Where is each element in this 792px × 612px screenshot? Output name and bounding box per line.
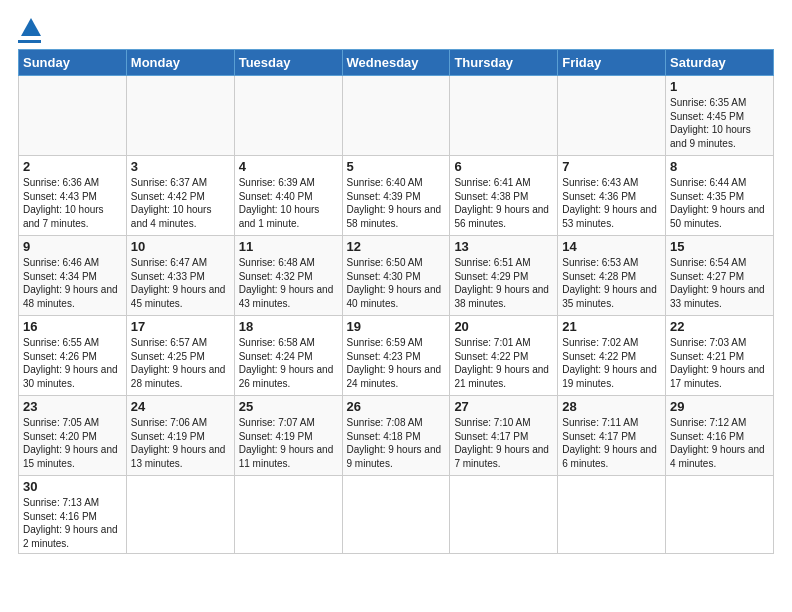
cell-info: Sunrise: 6:57 AM Sunset: 4:25 PM Dayligh…	[131, 336, 230, 390]
calendar-week-row: 9Sunrise: 6:46 AM Sunset: 4:34 PM Daylig…	[19, 236, 774, 316]
calendar-cell: 21Sunrise: 7:02 AM Sunset: 4:22 PM Dayli…	[558, 316, 666, 396]
cell-info: Sunrise: 7:02 AM Sunset: 4:22 PM Dayligh…	[562, 336, 661, 390]
cell-info: Sunrise: 6:40 AM Sunset: 4:39 PM Dayligh…	[347, 176, 446, 230]
cell-info: Sunrise: 6:47 AM Sunset: 4:33 PM Dayligh…	[131, 256, 230, 310]
calendar-cell: 6Sunrise: 6:41 AM Sunset: 4:38 PM Daylig…	[450, 156, 558, 236]
cell-info: Sunrise: 7:10 AM Sunset: 4:17 PM Dayligh…	[454, 416, 553, 470]
day-number: 12	[347, 239, 446, 254]
calendar-cell: 3Sunrise: 6:37 AM Sunset: 4:42 PM Daylig…	[126, 156, 234, 236]
day-number: 6	[454, 159, 553, 174]
calendar-cell	[126, 76, 234, 156]
calendar-cell: 2Sunrise: 6:36 AM Sunset: 4:43 PM Daylig…	[19, 156, 127, 236]
day-number: 19	[347, 319, 446, 334]
calendar-cell	[234, 76, 342, 156]
calendar-cell	[19, 76, 127, 156]
cell-info: Sunrise: 6:51 AM Sunset: 4:29 PM Dayligh…	[454, 256, 553, 310]
cell-info: Sunrise: 6:36 AM Sunset: 4:43 PM Dayligh…	[23, 176, 122, 230]
calendar-cell: 27Sunrise: 7:10 AM Sunset: 4:17 PM Dayli…	[450, 396, 558, 476]
day-number: 20	[454, 319, 553, 334]
day-number: 7	[562, 159, 661, 174]
cell-info: Sunrise: 6:59 AM Sunset: 4:23 PM Dayligh…	[347, 336, 446, 390]
calendar-cell: 4Sunrise: 6:39 AM Sunset: 4:40 PM Daylig…	[234, 156, 342, 236]
calendar-cell: 18Sunrise: 6:58 AM Sunset: 4:24 PM Dayli…	[234, 316, 342, 396]
calendar-cell: 20Sunrise: 7:01 AM Sunset: 4:22 PM Dayli…	[450, 316, 558, 396]
cell-info: Sunrise: 7:06 AM Sunset: 4:19 PM Dayligh…	[131, 416, 230, 470]
cell-info: Sunrise: 6:37 AM Sunset: 4:42 PM Dayligh…	[131, 176, 230, 230]
calendar-cell: 17Sunrise: 6:57 AM Sunset: 4:25 PM Dayli…	[126, 316, 234, 396]
day-number: 23	[23, 399, 122, 414]
cell-info: Sunrise: 7:12 AM Sunset: 4:16 PM Dayligh…	[670, 416, 769, 470]
cell-info: Sunrise: 7:11 AM Sunset: 4:17 PM Dayligh…	[562, 416, 661, 470]
calendar-cell: 26Sunrise: 7:08 AM Sunset: 4:18 PM Dayli…	[342, 396, 450, 476]
calendar-cell: 23Sunrise: 7:05 AM Sunset: 4:20 PM Dayli…	[19, 396, 127, 476]
day-number: 21	[562, 319, 661, 334]
weekday-header-wednesday: Wednesday	[342, 50, 450, 76]
calendar-cell: 7Sunrise: 6:43 AM Sunset: 4:36 PM Daylig…	[558, 156, 666, 236]
header	[18, 18, 774, 43]
calendar-cell: 16Sunrise: 6:55 AM Sunset: 4:26 PM Dayli…	[19, 316, 127, 396]
day-number: 16	[23, 319, 122, 334]
calendar-page: SundayMondayTuesdayWednesdayThursdayFrid…	[0, 0, 792, 564]
calendar-table: SundayMondayTuesdayWednesdayThursdayFrid…	[18, 49, 774, 554]
cell-info: Sunrise: 6:41 AM Sunset: 4:38 PM Dayligh…	[454, 176, 553, 230]
calendar-cell	[558, 476, 666, 554]
calendar-cell: 25Sunrise: 7:07 AM Sunset: 4:19 PM Dayli…	[234, 396, 342, 476]
weekday-header-saturday: Saturday	[666, 50, 774, 76]
weekday-header-thursday: Thursday	[450, 50, 558, 76]
calendar-cell	[342, 76, 450, 156]
cell-info: Sunrise: 6:53 AM Sunset: 4:28 PM Dayligh…	[562, 256, 661, 310]
cell-info: Sunrise: 7:08 AM Sunset: 4:18 PM Dayligh…	[347, 416, 446, 470]
cell-info: Sunrise: 6:55 AM Sunset: 4:26 PM Dayligh…	[23, 336, 122, 390]
weekday-header-sunday: Sunday	[19, 50, 127, 76]
calendar-cell: 5Sunrise: 6:40 AM Sunset: 4:39 PM Daylig…	[342, 156, 450, 236]
calendar-cell: 15Sunrise: 6:54 AM Sunset: 4:27 PM Dayli…	[666, 236, 774, 316]
calendar-cell: 19Sunrise: 6:59 AM Sunset: 4:23 PM Dayli…	[342, 316, 450, 396]
day-number: 14	[562, 239, 661, 254]
cell-info: Sunrise: 6:54 AM Sunset: 4:27 PM Dayligh…	[670, 256, 769, 310]
cell-info: Sunrise: 7:05 AM Sunset: 4:20 PM Dayligh…	[23, 416, 122, 470]
calendar-cell	[126, 476, 234, 554]
calendar-cell: 11Sunrise: 6:48 AM Sunset: 4:32 PM Dayli…	[234, 236, 342, 316]
calendar-cell: 8Sunrise: 6:44 AM Sunset: 4:35 PM Daylig…	[666, 156, 774, 236]
cell-info: Sunrise: 7:07 AM Sunset: 4:19 PM Dayligh…	[239, 416, 338, 470]
day-number: 26	[347, 399, 446, 414]
logo	[18, 18, 41, 43]
day-number: 28	[562, 399, 661, 414]
day-number: 1	[670, 79, 769, 94]
day-number: 9	[23, 239, 122, 254]
calendar-cell: 1Sunrise: 6:35 AM Sunset: 4:45 PM Daylig…	[666, 76, 774, 156]
calendar-cell: 22Sunrise: 7:03 AM Sunset: 4:21 PM Dayli…	[666, 316, 774, 396]
calendar-week-row: 23Sunrise: 7:05 AM Sunset: 4:20 PM Dayli…	[19, 396, 774, 476]
cell-info: Sunrise: 7:01 AM Sunset: 4:22 PM Dayligh…	[454, 336, 553, 390]
calendar-cell: 13Sunrise: 6:51 AM Sunset: 4:29 PM Dayli…	[450, 236, 558, 316]
cell-info: Sunrise: 6:35 AM Sunset: 4:45 PM Dayligh…	[670, 96, 769, 150]
calendar-week-row: 30Sunrise: 7:13 AM Sunset: 4:16 PM Dayli…	[19, 476, 774, 554]
day-number: 27	[454, 399, 553, 414]
day-number: 29	[670, 399, 769, 414]
day-number: 4	[239, 159, 338, 174]
calendar-cell	[666, 476, 774, 554]
cell-info: Sunrise: 6:43 AM Sunset: 4:36 PM Dayligh…	[562, 176, 661, 230]
weekday-header-monday: Monday	[126, 50, 234, 76]
day-number: 15	[670, 239, 769, 254]
day-number: 11	[239, 239, 338, 254]
day-number: 17	[131, 319, 230, 334]
day-number: 8	[670, 159, 769, 174]
day-number: 18	[239, 319, 338, 334]
calendar-cell	[342, 476, 450, 554]
calendar-week-row: 1Sunrise: 6:35 AM Sunset: 4:45 PM Daylig…	[19, 76, 774, 156]
cell-info: Sunrise: 6:44 AM Sunset: 4:35 PM Dayligh…	[670, 176, 769, 230]
day-number: 13	[454, 239, 553, 254]
day-number: 10	[131, 239, 230, 254]
calendar-cell: 14Sunrise: 6:53 AM Sunset: 4:28 PM Dayli…	[558, 236, 666, 316]
day-number: 2	[23, 159, 122, 174]
cell-info: Sunrise: 6:39 AM Sunset: 4:40 PM Dayligh…	[239, 176, 338, 230]
day-number: 3	[131, 159, 230, 174]
calendar-cell: 30Sunrise: 7:13 AM Sunset: 4:16 PM Dayli…	[19, 476, 127, 554]
weekday-header-row: SundayMondayTuesdayWednesdayThursdayFrid…	[19, 50, 774, 76]
cell-info: Sunrise: 7:03 AM Sunset: 4:21 PM Dayligh…	[670, 336, 769, 390]
calendar-cell	[450, 76, 558, 156]
calendar-week-row: 16Sunrise: 6:55 AM Sunset: 4:26 PM Dayli…	[19, 316, 774, 396]
logo-underline	[18, 40, 41, 43]
calendar-cell	[234, 476, 342, 554]
